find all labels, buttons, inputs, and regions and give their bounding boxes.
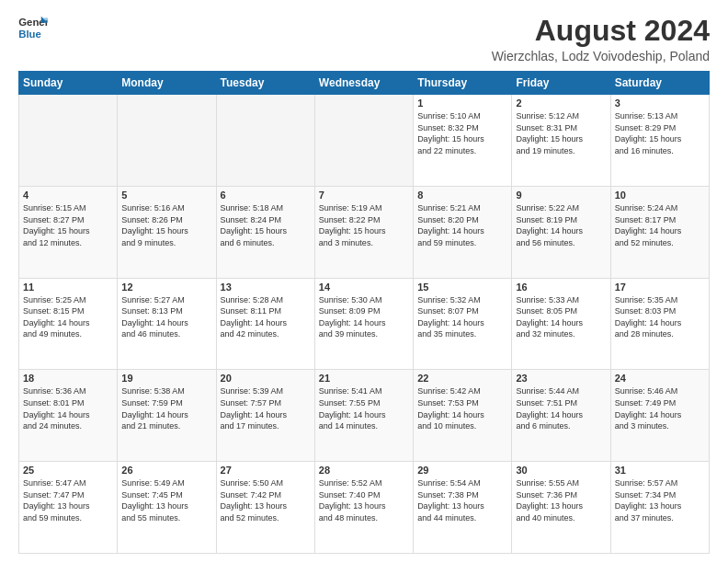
calendar-cell: 27Sunrise: 5:50 AM Sunset: 7:42 PM Dayli… xyxy=(216,462,314,554)
calendar-cell: 14Sunrise: 5:30 AM Sunset: 8:09 PM Dayli… xyxy=(314,278,413,370)
day-info: Sunrise: 5:50 AM Sunset: 7:42 PM Dayligh… xyxy=(221,477,311,523)
day-number: 1 xyxy=(417,98,507,109)
calendar-cell xyxy=(118,95,216,187)
day-info: Sunrise: 5:41 AM Sunset: 7:55 PM Dayligh… xyxy=(319,385,409,431)
day-number: 19 xyxy=(121,373,211,384)
col-saturday: Saturday xyxy=(610,72,709,95)
day-number: 18 xyxy=(23,373,113,384)
calendar-cell: 20Sunrise: 5:39 AM Sunset: 7:57 PM Dayli… xyxy=(216,370,314,462)
calendar-cell: 23Sunrise: 5:44 AM Sunset: 7:51 PM Dayli… xyxy=(512,370,610,462)
day-info: Sunrise: 5:19 AM Sunset: 8:22 PM Dayligh… xyxy=(319,202,409,248)
calendar-cell: 6Sunrise: 5:18 AM Sunset: 8:24 PM Daylig… xyxy=(216,186,314,278)
day-info: Sunrise: 5:47 AM Sunset: 7:47 PM Dayligh… xyxy=(23,477,113,523)
day-info: Sunrise: 5:46 AM Sunset: 7:49 PM Dayligh… xyxy=(615,385,705,431)
calendar-cell: 30Sunrise: 5:55 AM Sunset: 7:36 PM Dayli… xyxy=(512,462,610,554)
day-info: Sunrise: 5:42 AM Sunset: 7:53 PM Dayligh… xyxy=(417,385,507,431)
day-info: Sunrise: 5:22 AM Sunset: 8:19 PM Dayligh… xyxy=(516,202,606,248)
calendar-header-row: Sunday Monday Tuesday Wednesday Thursday… xyxy=(19,72,710,95)
day-number: 9 xyxy=(516,190,606,201)
day-info: Sunrise: 5:33 AM Sunset: 8:05 PM Dayligh… xyxy=(516,294,606,340)
day-info: Sunrise: 5:27 AM Sunset: 8:13 PM Dayligh… xyxy=(121,294,211,340)
title-block: August 2024 Wierzchlas, Lodz Voivodeship… xyxy=(492,15,710,63)
logo-icon: General Blue xyxy=(18,15,48,40)
day-number: 7 xyxy=(319,190,409,201)
calendar-cell: 10Sunrise: 5:24 AM Sunset: 8:17 PM Dayli… xyxy=(610,186,709,278)
day-number: 26 xyxy=(121,465,211,476)
day-info: Sunrise: 5:35 AM Sunset: 8:03 PM Dayligh… xyxy=(615,294,705,340)
calendar-cell: 4Sunrise: 5:15 AM Sunset: 8:27 PM Daylig… xyxy=(19,186,118,278)
day-number: 27 xyxy=(221,465,311,476)
calendar-cell: 21Sunrise: 5:41 AM Sunset: 7:55 PM Dayli… xyxy=(314,370,413,462)
col-wednesday: Wednesday xyxy=(314,72,413,95)
day-number: 11 xyxy=(23,282,113,293)
calendar-cell: 12Sunrise: 5:27 AM Sunset: 8:13 PM Dayli… xyxy=(118,278,216,370)
day-number: 31 xyxy=(615,465,705,476)
main-title: August 2024 xyxy=(492,15,710,47)
day-info: Sunrise: 5:16 AM Sunset: 8:26 PM Dayligh… xyxy=(121,202,211,248)
calendar-cell xyxy=(216,95,314,187)
calendar-cell: 29Sunrise: 5:54 AM Sunset: 7:38 PM Dayli… xyxy=(414,462,512,554)
col-sunday: Sunday xyxy=(19,72,118,95)
calendar-cell: 22Sunrise: 5:42 AM Sunset: 7:53 PM Dayli… xyxy=(414,370,512,462)
calendar-cell: 26Sunrise: 5:49 AM Sunset: 7:45 PM Dayli… xyxy=(118,462,216,554)
calendar-cell: 7Sunrise: 5:19 AM Sunset: 8:22 PM Daylig… xyxy=(314,186,413,278)
calendar-week-2: 4Sunrise: 5:15 AM Sunset: 8:27 PM Daylig… xyxy=(19,186,710,278)
day-number: 14 xyxy=(319,282,409,293)
day-number: 29 xyxy=(417,465,507,476)
day-number: 4 xyxy=(23,190,113,201)
day-info: Sunrise: 5:21 AM Sunset: 8:20 PM Dayligh… xyxy=(417,202,507,248)
day-info: Sunrise: 5:30 AM Sunset: 8:09 PM Dayligh… xyxy=(319,294,409,340)
day-number: 2 xyxy=(516,98,606,109)
day-number: 10 xyxy=(615,190,705,201)
day-number: 3 xyxy=(615,98,705,109)
day-number: 13 xyxy=(221,282,311,293)
day-number: 20 xyxy=(221,373,311,384)
calendar-cell xyxy=(314,95,413,187)
calendar-cell: 28Sunrise: 5:52 AM Sunset: 7:40 PM Dayli… xyxy=(314,462,413,554)
day-number: 15 xyxy=(417,282,507,293)
calendar-cell: 25Sunrise: 5:47 AM Sunset: 7:47 PM Dayli… xyxy=(19,462,118,554)
day-number: 25 xyxy=(23,465,113,476)
day-info: Sunrise: 5:36 AM Sunset: 8:01 PM Dayligh… xyxy=(23,385,113,431)
calendar-table: Sunday Monday Tuesday Wednesday Thursday… xyxy=(18,71,710,554)
calendar-cell: 13Sunrise: 5:28 AM Sunset: 8:11 PM Dayli… xyxy=(216,278,314,370)
day-number: 30 xyxy=(516,465,606,476)
calendar-cell: 8Sunrise: 5:21 AM Sunset: 8:20 PM Daylig… xyxy=(414,186,512,278)
day-info: Sunrise: 5:24 AM Sunset: 8:17 PM Dayligh… xyxy=(615,202,705,248)
day-info: Sunrise: 5:38 AM Sunset: 7:59 PM Dayligh… xyxy=(121,385,211,431)
day-info: Sunrise: 5:18 AM Sunset: 8:24 PM Dayligh… xyxy=(221,202,311,248)
calendar-cell: 24Sunrise: 5:46 AM Sunset: 7:49 PM Dayli… xyxy=(610,370,709,462)
day-info: Sunrise: 5:32 AM Sunset: 8:07 PM Dayligh… xyxy=(417,294,507,340)
calendar-cell xyxy=(19,95,118,187)
calendar-cell: 9Sunrise: 5:22 AM Sunset: 8:19 PM Daylig… xyxy=(512,186,610,278)
calendar-cell: 11Sunrise: 5:25 AM Sunset: 8:15 PM Dayli… xyxy=(19,278,118,370)
calendar-cell: 5Sunrise: 5:16 AM Sunset: 8:26 PM Daylig… xyxy=(118,186,216,278)
calendar-cell: 1Sunrise: 5:10 AM Sunset: 8:32 PM Daylig… xyxy=(414,95,512,187)
calendar-cell: 3Sunrise: 5:13 AM Sunset: 8:29 PM Daylig… xyxy=(610,95,709,187)
day-info: Sunrise: 5:10 AM Sunset: 8:32 PM Dayligh… xyxy=(417,110,507,156)
col-thursday: Thursday xyxy=(414,72,512,95)
calendar-cell: 31Sunrise: 5:57 AM Sunset: 7:34 PM Dayli… xyxy=(610,462,709,554)
calendar-cell: 18Sunrise: 5:36 AM Sunset: 8:01 PM Dayli… xyxy=(19,370,118,462)
day-info: Sunrise: 5:28 AM Sunset: 8:11 PM Dayligh… xyxy=(221,294,311,340)
day-info: Sunrise: 5:57 AM Sunset: 7:34 PM Dayligh… xyxy=(615,477,705,523)
calendar-cell: 2Sunrise: 5:12 AM Sunset: 8:31 PM Daylig… xyxy=(512,95,610,187)
day-info: Sunrise: 5:49 AM Sunset: 7:45 PM Dayligh… xyxy=(121,477,211,523)
col-friday: Friday xyxy=(512,72,610,95)
day-number: 12 xyxy=(121,282,211,293)
subtitle: Wierzchlas, Lodz Voivodeship, Poland xyxy=(492,49,710,63)
day-info: Sunrise: 5:44 AM Sunset: 7:51 PM Dayligh… xyxy=(516,385,606,431)
col-tuesday: Tuesday xyxy=(216,72,314,95)
day-number: 21 xyxy=(319,373,409,384)
col-monday: Monday xyxy=(118,72,216,95)
calendar-cell: 15Sunrise: 5:32 AM Sunset: 8:07 PM Dayli… xyxy=(414,278,512,370)
day-number: 16 xyxy=(516,282,606,293)
day-number: 6 xyxy=(221,190,311,201)
day-info: Sunrise: 5:55 AM Sunset: 7:36 PM Dayligh… xyxy=(516,477,606,523)
day-number: 17 xyxy=(615,282,705,293)
logo: General Blue xyxy=(18,15,48,40)
day-number: 8 xyxy=(417,190,507,201)
page: General Blue August 2024 Wierzchlas, Lod… xyxy=(0,0,728,563)
day-number: 22 xyxy=(417,373,507,384)
svg-text:Blue: Blue xyxy=(18,29,41,40)
